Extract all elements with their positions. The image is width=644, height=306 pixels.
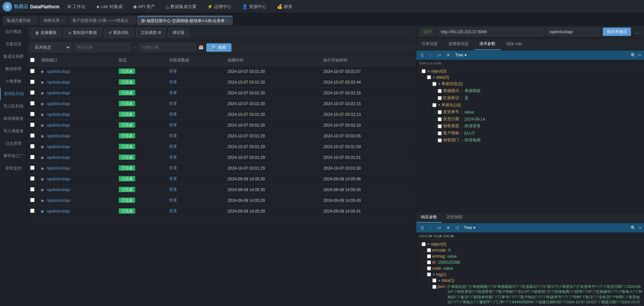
play-icon[interactable]: ▶ — [41, 69, 44, 74]
nav-workbench[interactable]: ⊞ 工作台 — [65, 0, 88, 13]
view-source-button[interactable]: 查看 — [169, 155, 177, 160]
node-checkbox[interactable] — [432, 103, 436, 107]
row-checkbox-cell[interactable] — [27, 163, 38, 174]
batch-delete-button[interactable]: 🗑 批量删除 — [31, 28, 61, 37]
row-checkbox-cell[interactable] — [27, 77, 38, 88]
sort-icon[interactable]: ↓≡ — [435, 52, 442, 58]
row-checkbox[interactable] — [30, 80, 35, 84]
row-checkbox[interactable] — [30, 69, 35, 73]
node-checkbox[interactable] — [422, 242, 426, 246]
row-checkbox[interactable] — [30, 101, 35, 105]
view-source-button[interactable]: 查看 — [169, 187, 177, 192]
tab-solutions-list[interactable]: 集成方案列表 × — [3, 16, 39, 25]
node-checkbox[interactable] — [427, 266, 431, 270]
play-icon[interactable]: ▶ — [41, 198, 44, 203]
schedule-now-button[interactable]: 立刻调度 dt — [136, 28, 165, 37]
tree-node-blue-red[interactable]: :: 红蓝标记 ： 蓝 — [432, 94, 644, 101]
copy-selected-button[interactable]: ⊙ 复制选中数据 — [64, 28, 101, 37]
row-checkbox[interactable] — [30, 198, 35, 202]
view-source-button[interactable]: 查看 — [169, 69, 177, 74]
save-activate-button[interactable]: 保存并激活 — [603, 28, 631, 36]
row-checkbox[interactable] — [30, 209, 35, 213]
debug-button[interactable]: 调试器 — [168, 28, 189, 37]
expand-all-resp-icon[interactable]: ⇅ — [419, 224, 426, 231]
sidebar-item-write-queue[interactable]: 写入队列池 — [0, 100, 26, 113]
view-source-button[interactable]: 查看 — [169, 90, 177, 95]
nav-resource[interactable]: 👤 资源中心 — [239, 0, 269, 13]
tab-task-info[interactable]: 任务信息 — [416, 38, 443, 50]
row-checkbox-cell[interactable] — [27, 174, 38, 184]
resp-tree-node-json[interactable]: :: json : {\"单据信息\":{\"单据模版\":\"\\\"单据模版… — [427, 283, 644, 306]
sidebar-item-solution-info[interactable]: 方案信息 — [0, 38, 26, 50]
expand-toggle[interactable]: ▼ — [432, 76, 436, 79]
view-source-button[interactable]: 查看 — [169, 176, 177, 181]
expand-toggle[interactable]: ▼ — [427, 70, 430, 73]
row-checkbox[interactable] — [30, 112, 35, 116]
drag-handle[interactable]: :: — [418, 70, 420, 73]
end-date-input[interactable] — [140, 43, 196, 51]
view-source-button[interactable]: 查看 — [169, 123, 177, 127]
node-checkbox[interactable] — [432, 285, 436, 289]
node-checkbox[interactable] — [427, 75, 431, 79]
api-link[interactable]: /apilink/u8api — [47, 134, 70, 138]
resp-tree-node-errmsg[interactable]: :: errmsg : value — [422, 253, 644, 259]
node-checkbox[interactable] — [422, 69, 426, 73]
row-checkbox[interactable] — [30, 166, 35, 170]
expand-toggle[interactable]: ▼ — [427, 243, 430, 246]
drag-handle[interactable]: :: — [423, 267, 425, 270]
url-input[interactable] — [438, 28, 544, 36]
drag-handle[interactable]: :: — [423, 273, 425, 276]
drag-handle[interactable]: :: — [428, 82, 430, 86]
sort-resp-icon[interactable]: ↓≡ — [435, 224, 442, 231]
drag-handle[interactable]: :: — [423, 249, 425, 252]
filter-resp-icon[interactable]: ▼ — [444, 224, 452, 231]
view-source-button[interactable]: 查看 — [169, 209, 177, 213]
drag-handle[interactable]: :: — [428, 285, 430, 289]
api-link[interactable]: /apilink/u8api — [47, 155, 70, 160]
resp-tree-node-id[interactable]: :: id : 1000120380 — [422, 259, 644, 265]
play-icon[interactable]: ▶ — [41, 166, 44, 171]
tab-customer-info[interactable]: 客户信息对接-小满——>简道云 × — [68, 16, 137, 25]
tree-mode-label[interactable]: Tree ▾ — [455, 53, 467, 57]
collapse-all-resp-icon[interactable]: ↑ — [428, 224, 433, 231]
response-tree-mode-label[interactable]: Tree ▾ — [464, 225, 475, 230]
view-source-button[interactable]: 查看 — [169, 133, 177, 138]
tree-node-data[interactable]: :: ▼ data {3} — [422, 74, 644, 80]
tab-connector-info[interactable]: 连接器信息 — [443, 38, 474, 50]
play-icon[interactable]: ▶ — [41, 101, 44, 106]
tree-node-bill-info[interactable]: :: ▼ 单据信息 {2} — [427, 80, 644, 87]
tab-close-transaction[interactable]: × — [227, 19, 229, 23]
path-input[interactable] — [546, 28, 600, 36]
play-icon[interactable]: ▶ — [41, 112, 44, 117]
drag-handle[interactable]: :: — [434, 96, 436, 100]
tree-node-delivery-no[interactable]: :: 发货单号 ： value — [432, 108, 644, 116]
sidebar-item-integration-map[interactable]: 集成关系图 — [0, 50, 26, 63]
expand-resp-panel-button[interactable]: ⇔ — [638, 225, 641, 230]
tree-node-delivery-date[interactable]: :: 发货日期 ： 2024-09-14 — [432, 116, 644, 123]
sidebar-item-exception-monitor[interactable]: 异常监控 — [0, 162, 26, 175]
tree-node-bill-header[interactable]: :: ▼ 单据头 {19} — [427, 101, 644, 108]
sidebar-item-request-scheduler[interactable]: 请求调度者 — [0, 113, 26, 125]
sidebar-item-query[interactable]: 小青查数 — [0, 75, 26, 88]
expand-panel-button[interactable]: ⇔ — [638, 53, 641, 57]
play-icon[interactable]: ▶ — [41, 123, 44, 128]
tab-request-params[interactable]: 请求参数 — [474, 38, 501, 50]
node-checkbox[interactable] — [427, 254, 431, 258]
row-checkbox-cell[interactable] — [27, 195, 38, 206]
api-link[interactable]: /apilink/u8api — [47, 69, 70, 74]
view-source-button[interactable]: 查看 — [169, 112, 177, 117]
tab-sdk-info[interactable]: SDK Info — [501, 39, 528, 50]
api-link[interactable]: /apilink/u8api — [47, 112, 70, 117]
search-json-button[interactable]: 🔍 — [631, 53, 636, 58]
view-source-button[interactable]: 查看 — [169, 166, 177, 170]
nav-ops[interactable]: ⚡ 运维中心 — [205, 0, 234, 13]
drag-handle[interactable]: :: — [434, 138, 436, 142]
sidebar-item-overview[interactable]: 运行概况 — [0, 26, 26, 38]
drag-handle[interactable]: :: — [423, 255, 425, 258]
start-date-input[interactable] — [74, 43, 130, 51]
select-all-header[interactable] — [27, 55, 38, 66]
api-link[interactable]: /apilink/u8api — [47, 198, 70, 203]
refresh-resp-icon[interactable]: ↺ — [454, 224, 461, 231]
row-checkbox-cell[interactable] — [27, 206, 38, 217]
api-link[interactable]: /apilink/u8api — [47, 209, 70, 214]
